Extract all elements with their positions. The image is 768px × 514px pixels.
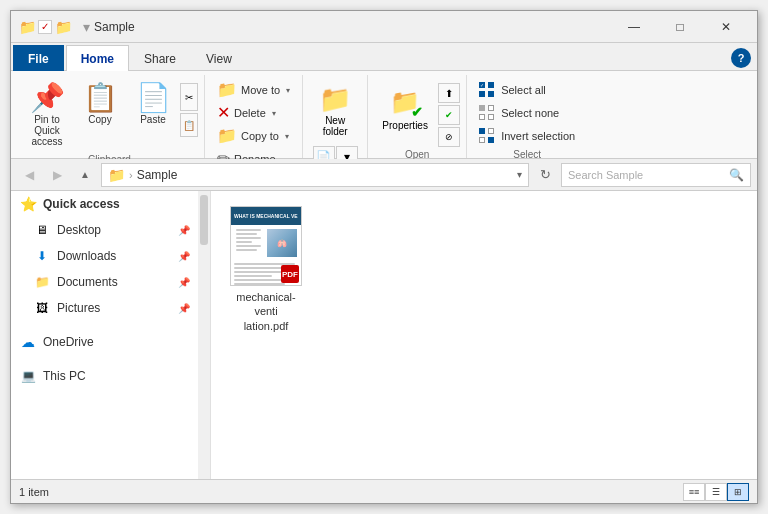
sidebar-scrollbar xyxy=(198,191,210,479)
window-controls: — □ ✕ xyxy=(611,12,749,42)
scroll-thumb[interactable] xyxy=(200,195,208,245)
help-button[interactable]: ? xyxy=(731,48,751,68)
pdf-lines-area xyxy=(233,227,265,259)
move-to-icon: 📁 xyxy=(217,82,237,98)
invert-selection-label: Invert selection xyxy=(501,130,575,142)
view-large-icons-button[interactable]: ⊞ xyxy=(727,483,749,501)
close-button[interactable]: ✕ xyxy=(703,12,749,42)
organize-sm-group: 📁 Move to ▾ ✕ Delete ▾ 📁 Copy to ▾ xyxy=(211,79,296,170)
sidebar-item-onedrive[interactable]: ☁ OneDrive xyxy=(11,329,198,355)
paste-button[interactable]: 📄 Paste xyxy=(127,79,179,130)
tab-home[interactable]: Home xyxy=(66,45,129,71)
delete-icon: ✕ xyxy=(217,105,230,121)
address-bar: ◀ ▶ ▲ 📁 › Sample ▾ ↻ Search Sample 🔍 xyxy=(11,159,757,191)
view-list-button[interactable]: ≡≡ xyxy=(683,483,705,501)
view-details-button[interactable]: ☰ xyxy=(705,483,727,501)
move-to-arrow: ▾ xyxy=(286,86,290,95)
move-to-button[interactable]: 📁 Move to ▾ xyxy=(211,79,296,101)
select-group: ✓ Select all Select none xyxy=(467,75,587,158)
delete-button[interactable]: ✕ Delete ▾ xyxy=(211,102,296,124)
copy-to-arrow: ▾ xyxy=(285,132,289,141)
clipboard-items: 📌 Pin to Quickaccess 📋 Copy 📄 Paste ✂ 📋 xyxy=(21,75,198,152)
copy-to-label: Copy to xyxy=(241,130,279,142)
pdf-badge: PDF xyxy=(281,265,299,283)
select-none-button[interactable]: Select none xyxy=(473,102,581,124)
pdf-lines xyxy=(233,227,265,255)
ribbon-body: 📌 Pin to Quickaccess 📋 Copy 📄 Paste ✂ 📋 … xyxy=(11,71,757,159)
search-box[interactable]: Search Sample 🔍 xyxy=(561,163,751,187)
downloads-icon: ⬇ xyxy=(33,249,51,263)
sidebar-section-pad1 xyxy=(11,321,198,329)
invert-selection-button[interactable]: Invert selection xyxy=(473,125,581,147)
new-folder-icon: 📁 xyxy=(319,84,351,115)
refresh-button[interactable]: ↻ xyxy=(533,163,557,187)
pdf-line3 xyxy=(236,237,261,239)
pdf-line12 xyxy=(234,283,285,285)
window: 📁 ✓ 📁 ▾ Sample — □ ✕ File Home Share Vie… xyxy=(10,10,758,504)
organize-items: 📁 Move to ▾ ✕ Delete ▾ 📁 Copy to ▾ xyxy=(211,75,296,170)
pictures-pin: 📌 xyxy=(178,303,190,314)
ribbon-tabs: File Home Share View ? xyxy=(11,43,757,71)
back-button[interactable]: ◀ xyxy=(17,163,41,187)
quick-access-icon: ⭐ xyxy=(19,196,37,212)
sidebar-item-pictures[interactable]: 🖼 Pictures 📌 xyxy=(11,295,198,321)
properties-label: Properties xyxy=(382,120,428,131)
pictures-icon: 🖼 xyxy=(33,301,51,315)
sidebar-item-quick-access[interactable]: ⭐ Quick access xyxy=(11,191,198,217)
properties-button[interactable]: 📁 ✔ Properties xyxy=(374,79,436,136)
pdf-line5 xyxy=(236,245,261,247)
select-none-label: Select none xyxy=(501,107,559,119)
file-area: WHAT IS MECHANICAL VENTILATION xyxy=(211,191,757,479)
desktop-pin: 📌 xyxy=(178,225,190,236)
open-extra2[interactable]: ✔ xyxy=(438,105,460,125)
select-all-button[interactable]: ✓ Select all xyxy=(473,79,581,101)
properties-check-icon: ✔ xyxy=(411,104,423,120)
view-icons: ≡≡ ☰ ⊞ xyxy=(683,483,749,501)
address-chevron: ▾ xyxy=(517,169,522,180)
sidebar-item-downloads[interactable]: ⬇ Downloads 📌 xyxy=(11,243,198,269)
new-group: 📁 Newfolder 📄 ▾ New xyxy=(303,75,368,158)
minimize-button[interactable]: — xyxy=(611,12,657,42)
file-item-pdf[interactable]: WHAT IS MECHANICAL VENTILATION xyxy=(221,201,311,338)
sidebar-item-documents[interactable]: 📁 Documents 📌 xyxy=(11,269,198,295)
copy-label: Copy xyxy=(88,114,111,125)
title-bar: 📁 ✓ 📁 ▾ Sample — □ ✕ xyxy=(11,11,757,43)
quick-access-label: Quick access xyxy=(43,197,190,211)
title-folder-icon: 📁 xyxy=(19,19,35,35)
organize-group: 📁 Move to ▾ ✕ Delete ▾ 📁 Copy to ▾ xyxy=(205,75,303,158)
pdf-header: WHAT IS MECHANICAL VENTILATION xyxy=(231,207,301,225)
pdf-header-text: WHAT IS MECHANICAL VENTILATION xyxy=(234,213,298,219)
title-icons: 📁 ✓ 📁 xyxy=(19,19,71,35)
forward-button[interactable]: ▶ xyxy=(45,163,69,187)
documents-label: Documents xyxy=(57,275,172,289)
sidebar-item-this-pc[interactable]: 💻 This PC xyxy=(11,363,198,389)
file-thumbnail: WHAT IS MECHANICAL VENTILATION xyxy=(230,206,302,286)
sidebar-section-pad2 xyxy=(11,355,198,363)
pdf-line4 xyxy=(236,241,252,243)
up-button[interactable]: ▲ xyxy=(73,163,97,187)
new-folder-button[interactable]: 📁 Newfolder xyxy=(309,79,361,142)
pin-to-quick-button[interactable]: 📌 Pin to Quickaccess xyxy=(21,79,73,152)
open-extra3[interactable]: ⊘ xyxy=(438,127,460,147)
pdf-image-fill: 🫁 xyxy=(267,229,297,257)
search-icon: 🔍 xyxy=(729,168,744,182)
sidebar-item-desktop[interactable]: 🖥 Desktop 📌 xyxy=(11,217,198,243)
pdf-line6 xyxy=(236,249,257,251)
copy-button[interactable]: 📋 Copy xyxy=(74,79,126,130)
pdf-preview: WHAT IS MECHANICAL VENTILATION xyxy=(231,207,301,285)
open-extra1[interactable]: ⬆ xyxy=(438,83,460,103)
maximize-button[interactable]: □ xyxy=(657,12,703,42)
address-text: Sample xyxy=(137,168,178,182)
copy-to-button[interactable]: 📁 Copy to ▾ xyxy=(211,125,296,147)
tab-share[interactable]: Share xyxy=(129,45,191,71)
pdf-line1 xyxy=(236,229,261,231)
address-folder-icon: 📁 xyxy=(108,167,125,183)
address-input[interactable]: 📁 › Sample ▾ xyxy=(101,163,529,187)
tab-view[interactable]: View xyxy=(191,45,247,71)
tab-file[interactable]: File xyxy=(13,45,64,71)
pin-icon: 📌 xyxy=(30,84,65,112)
select-all-label: Select all xyxy=(501,84,546,96)
address-arrow: › xyxy=(129,169,133,181)
clipboard-extra2[interactable]: 📋 xyxy=(180,113,198,137)
clipboard-extra1[interactable]: ✂ xyxy=(180,83,198,111)
